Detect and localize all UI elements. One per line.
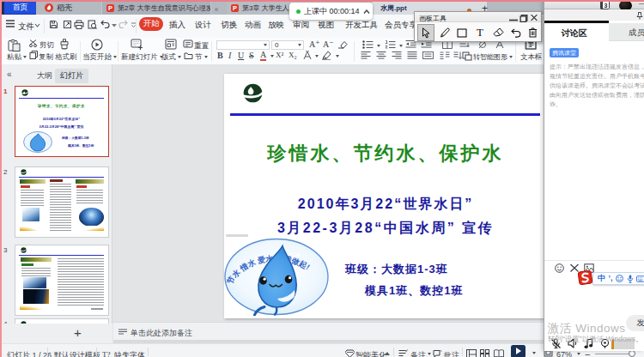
ime-emoji-icon[interactable]	[616, 275, 623, 282]
slide-canvas[interactable]: 珍惜水、节约水、保护水 2010年3月22“世界水日” 3月22-3月28“中国…	[224, 74, 547, 318]
note-status-icon[interactable]	[398, 349, 409, 357]
superscript-button[interactable]: X²	[276, 51, 283, 59]
copy-icon[interactable]	[29, 51, 39, 59]
align-right-icon[interactable]	[392, 51, 402, 59]
slide-thumbnail-3[interactable]	[15, 245, 109, 316]
paint-tool-rectangle[interactable]	[453, 24, 471, 41]
notes-bar[interactable]: 单击此处添加备注	[113, 322, 544, 340]
font-size-combo[interactable]: 0	[271, 40, 304, 50]
font-color-button[interactable]: A	[260, 50, 266, 61]
print-icon[interactable]	[74, 20, 84, 29]
template-name[interactable]: 默认设计模板	[54, 350, 100, 357]
tab-home[interactable]: 首页	[4, 2, 36, 15]
slide-class-line1[interactable]: 班级：大数据1-3班	[345, 262, 448, 277]
layout-icon[interactable]	[165, 39, 177, 50]
undo-icon[interactable]	[100, 20, 110, 28]
cut-icon[interactable]	[29, 39, 39, 47]
highlight-color-icon[interactable]	[321, 50, 332, 60]
chinese-mode-icon[interactable]: 中	[598, 275, 605, 282]
paint-tools-titlebar[interactable]: 画板工具	[415, 12, 541, 22]
copy-label[interactable]: 复制	[39, 52, 53, 63]
paint-tool-eraser[interactable]	[489, 24, 507, 41]
palette-close-button[interactable]	[530, 14, 538, 21]
ribbon-tab-member[interactable]: 会员专享	[385, 20, 417, 31]
align-left-icon[interactable]	[361, 51, 371, 59]
play-from-current-label[interactable]: 当页开始	[82, 52, 117, 63]
section-label[interactable]: 节	[195, 52, 208, 63]
ime-voice-icon[interactable]	[627, 275, 634, 283]
paste-icon[interactable]	[8, 39, 22, 51]
shrink-text-icon[interactable]	[440, 51, 450, 59]
smart-graphic-icon[interactable]	[462, 51, 472, 61]
align-center-icon[interactable]	[376, 51, 386, 59]
ribbon-tab-devtools[interactable]: 开发工具	[345, 20, 378, 31]
numbered-list-icon[interactable]	[385, 40, 396, 49]
slide-date-line[interactable]: 2010年3月22“世界水日”	[224, 196, 547, 214]
slide-thumbnail-1[interactable]: 珍惜水、节约水、保护水 2010年3月22“世界水日” 3月22-3月28“中国…	[15, 86, 109, 157]
reading-view-icon[interactable]	[494, 349, 504, 357]
slide-thumbnail-2[interactable]	[15, 166, 109, 238]
italic-button[interactable]: I	[228, 51, 231, 60]
new-slide-icon[interactable]	[131, 39, 143, 50]
increase-font-icon[interactable]: A⁺	[309, 39, 320, 49]
font-family-combo[interactable]	[216, 40, 270, 50]
strikethrough-button[interactable]: S	[249, 51, 254, 60]
palette-restore-button[interactable]	[519, 15, 528, 22]
paint-tool-trash[interactable]	[524, 24, 541, 41]
bullet-list-icon[interactable]	[362, 40, 374, 49]
format-painter-label[interactable]: 格式刷	[55, 52, 77, 63]
comment-icon[interactable]	[433, 349, 442, 357]
clear-format-icon[interactable]	[337, 40, 348, 49]
paste-label[interactable]: 粘贴	[7, 52, 27, 63]
slide-class-line2[interactable]: 模具1班、数控1班	[365, 283, 463, 299]
palette-minimize-button[interactable]	[509, 16, 518, 24]
subscript-button[interactable]: X₂	[289, 51, 297, 59]
tab-document-1[interactable]: P 第2章 大学生自我意识与心理发展	[101, 2, 211, 15]
bold-button[interactable]: B	[217, 51, 223, 60]
meeting-status-pill[interactable]: 上课中 00:00:14	[289, 3, 373, 20]
beautify-label[interactable]: 智能美化	[355, 350, 386, 357]
beautify-caret-icon[interactable]	[385, 352, 390, 355]
emoji-icon[interactable]	[555, 263, 564, 273]
play-slideshow-button[interactable]	[511, 345, 526, 357]
note-status-label[interactable]: 备注	[410, 350, 426, 357]
phonetic-guide-icon[interactable]	[302, 51, 313, 60]
reset-label[interactable]: 重置	[194, 41, 209, 51]
hamburger-menu-icon[interactable]	[6, 20, 15, 27]
zoom-caret[interactable]	[577, 353, 580, 355]
slide-week-line[interactable]: 3月22-3月28“中国水周” 宣传	[224, 220, 547, 238]
sogou-s-logo[interactable]	[577, 269, 593, 286]
member-count-icon[interactable]: 3	[600, 1, 611, 9]
ribbon-tab-design[interactable]: 设计	[195, 20, 211, 31]
paint-tool-select[interactable]	[417, 24, 434, 41]
phonetic-caret[interactable]	[315, 55, 319, 57]
undo-caret-icon[interactable]	[112, 24, 117, 27]
format-painter-icon[interactable]	[59, 39, 70, 50]
ribbon-tab-start[interactable]: 开始	[139, 17, 163, 31]
menu-file[interactable]: 文件	[18, 21, 34, 33]
ime-keyboard-icon[interactable]	[636, 275, 644, 282]
slide-sorter-icon[interactable]	[480, 349, 489, 357]
section-icon[interactable]	[184, 51, 193, 59]
highlight-caret[interactable]	[336, 55, 339, 57]
file-chevron-icon[interactable]	[34, 23, 40, 27]
mascot-graphic[interactable]: 节水 惜水 爱水 从我做起!	[223, 238, 330, 316]
ribbon-tab-insert[interactable]: 插入	[169, 20, 185, 31]
ribbon-tab-slideshow[interactable]: 放映	[268, 20, 284, 31]
print-preview-icon[interactable]	[88, 20, 97, 29]
decrease-font-icon[interactable]: A⁻	[323, 39, 334, 49]
reset-icon[interactable]	[183, 39, 193, 48]
tab-slides[interactable]: 幻灯片	[55, 69, 88, 83]
play-from-current-icon[interactable]	[91, 39, 103, 51]
distribute-icon[interactable]	[422, 51, 434, 59]
play-caret[interactable]	[532, 352, 536, 354]
zoom-level[interactable]: 67%	[556, 350, 572, 357]
slide-title[interactable]: 珍惜水、节约水、保护水	[224, 141, 547, 166]
paint-tool-undo[interactable]	[507, 24, 525, 41]
pin-icon[interactable]	[636, 12, 643, 20]
new-slide-label[interactable]: 新建幻灯片	[121, 52, 163, 63]
tab-members[interactable]: 成员(3)	[609, 23, 644, 41]
add-slide-button[interactable]: +	[74, 325, 82, 340]
tab-discussion[interactable]: 讨论区	[544, 23, 609, 41]
send-button[interactable]: 发送	[626, 315, 644, 331]
